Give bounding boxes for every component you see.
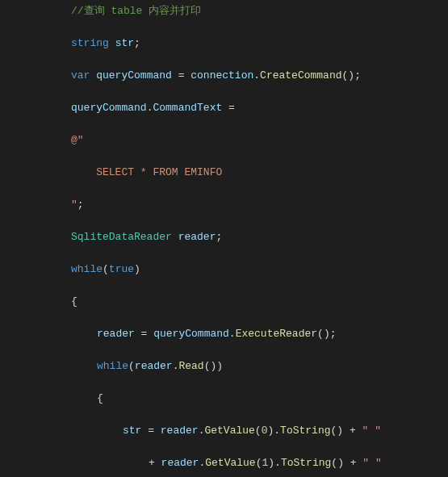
method: Read — [178, 360, 203, 372]
punct: . — [229, 328, 236, 340]
punct: ) — [216, 360, 223, 372]
code-line: { — [0, 391, 448, 407]
code-line: @" — [0, 132, 448, 149]
punct: ) — [324, 328, 330, 340]
type: SqliteDataReader — [71, 231, 172, 243]
punct: ) — [268, 457, 274, 469]
code-line: while(reader.Read()) — [0, 358, 448, 374]
punct: ; — [134, 37, 140, 49]
punct: . — [253, 69, 260, 82]
code-line: var queryCommand = connection.CreateComm… — [0, 68, 448, 84]
punct: ; — [77, 199, 84, 211]
punct: + — [344, 457, 362, 469]
punct: + — [343, 425, 362, 437]
punct: ) — [134, 263, 140, 275]
code-line: reader = queryCommand.ExecuteReader(); — [0, 326, 448, 342]
brace: { — [97, 392, 103, 404]
code-line: SqliteDataReader reader; — [0, 229, 448, 245]
variable: queryCommand — [96, 69, 172, 82]
variable: connection — [191, 69, 253, 82]
punct: = — [172, 69, 191, 82]
punct: ( — [128, 360, 135, 372]
method: ToString — [280, 425, 330, 437]
code-line: "; — [0, 197, 448, 213]
string-content: SELECT * FROM EMINFO — [71, 166, 222, 178]
method: ToString — [281, 457, 331, 469]
variable: str — [115, 37, 134, 49]
variable: reader — [161, 457, 199, 469]
string: " " — [362, 457, 381, 469]
punct: . — [274, 425, 280, 437]
punct: ) — [348, 69, 354, 82]
punct: ( — [317, 328, 324, 340]
punct: . — [274, 457, 281, 469]
variable: str — [123, 425, 141, 437]
variable: reader — [135, 360, 173, 372]
punct: = — [222, 102, 235, 114]
keyword: string — [71, 37, 109, 49]
punct: ( — [255, 425, 262, 437]
variable: reader — [97, 328, 135, 340]
punct: = — [141, 425, 160, 437]
keyword: true — [109, 263, 134, 275]
brace: { — [71, 295, 77, 308]
punct: + — [149, 457, 161, 469]
variable: reader — [161, 425, 199, 437]
string-quote: " — [71, 199, 77, 211]
punct: ) — [337, 425, 343, 437]
punct: ) — [337, 457, 344, 469]
keyword: var — [71, 69, 90, 82]
punct: ( — [103, 263, 109, 275]
property: CommandText — [153, 102, 222, 114]
keyword: while — [97, 360, 128, 372]
punct: ( — [331, 457, 337, 469]
punct: ; — [216, 231, 222, 243]
method: ExecuteReader — [236, 328, 317, 340]
code-line: SELECT * FROM EMINFO — [0, 165, 448, 181]
method: CreateCommand — [260, 69, 341, 82]
punct: = — [135, 328, 153, 340]
keyword: while — [71, 263, 103, 275]
method: GetValue — [205, 457, 255, 469]
string: " " — [362, 425, 381, 437]
method: GetValue — [204, 425, 254, 437]
code-line: queryCommand.CommandText = — [0, 100, 448, 116]
code-line: string str; — [0, 36, 448, 52]
code-line: while(true) — [0, 262, 448, 278]
punct: ; — [330, 328, 337, 340]
string-quote: " — [77, 134, 84, 146]
variable: queryCommand — [71, 102, 147, 114]
code-line: + reader.GetValue(1).ToString() + " " — [0, 455, 448, 471]
code-line: str = reader.GetValue(0).ToString() + " … — [0, 423, 448, 439]
code-line: { — [0, 294, 448, 310]
punct: ; — [354, 69, 361, 82]
at-symbol: @ — [71, 134, 77, 146]
code-line: //查询 table 内容并打印 — [0, 3, 448, 19]
variable: reader — [178, 231, 216, 243]
code-block: //查询 table 内容并打印 string str; var queryCo… — [0, 0, 448, 477]
variable: queryCommand — [153, 328, 229, 340]
comment: //查询 table 内容并打印 — [71, 5, 201, 17]
